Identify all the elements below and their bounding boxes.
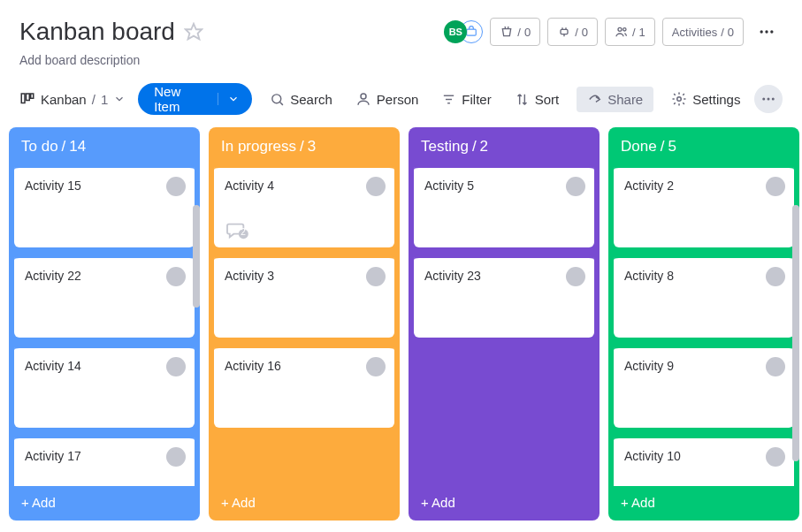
card-title: Activity 3 (225, 269, 384, 283)
card-title: Activity 10 (624, 449, 783, 463)
search-icon (270, 92, 285, 107)
svg-line-12 (280, 102, 284, 105)
card-title: Activity 5 (424, 179, 584, 193)
activities-label: Activities (672, 26, 717, 39)
share-button[interactable]: Share (577, 87, 653, 112)
card-title: Activity 16 (225, 359, 384, 373)
robot-icon (500, 25, 514, 39)
column-header[interactable]: To do / 14 (9, 127, 200, 164)
card[interactable]: Activity 9 (614, 345, 794, 428)
new-item-dropdown[interactable] (218, 93, 240, 105)
add-card-button[interactable]: + Add (9, 486, 200, 521)
card[interactable]: Activity 5 (414, 164, 594, 247)
scrollbar-thumb[interactable] (792, 205, 799, 461)
add-card-button[interactable]: + Add (409, 486, 600, 521)
search-button[interactable]: Search (264, 87, 338, 112)
assignee-avatar[interactable] (166, 267, 186, 286)
card[interactable]: Activity 16 (214, 345, 394, 428)
assignee-avatar[interactable] (766, 357, 785, 376)
assignee-avatar[interactable] (766, 267, 785, 286)
card[interactable]: Activity 23 (414, 255, 594, 338)
automation-count: 0 (524, 26, 531, 39)
assignee-avatar[interactable] (366, 357, 386, 376)
activities-count: 0 (728, 26, 734, 39)
card[interactable]: Activity 22 (14, 255, 195, 338)
header-more-icon[interactable] (751, 19, 783, 44)
new-item-label: New Item (154, 84, 209, 114)
card[interactable]: Activity 8 (614, 255, 794, 338)
card[interactable]: Activity 2 (614, 164, 794, 247)
board-description[interactable]: Add board description (19, 53, 783, 67)
svg-point-3 (618, 27, 622, 31)
board-title[interactable]: Kanban board (19, 18, 175, 46)
settings-button[interactable]: Settings (666, 86, 745, 112)
column-body: Activity 2 Activity 8 Activity 9 Activit… (608, 164, 799, 486)
svg-point-7 (770, 30, 773, 33)
card-title: Activity 4 (225, 179, 384, 193)
svg-point-4 (623, 28, 626, 31)
members-pill[interactable]: / 1 (605, 18, 655, 46)
column-testing: Testing / 2 Activity 5 Activity 23 + Add (409, 127, 600, 521)
integration-pill[interactable]: / 0 (547, 18, 598, 46)
card-title: Activity 2 (624, 179, 783, 193)
card[interactable]: Activity 4 2 (214, 164, 394, 247)
view-label: Kanban (41, 92, 87, 107)
assignee-avatar[interactable] (566, 267, 585, 286)
svg-rect-9 (27, 94, 30, 101)
assignee-avatar[interactable] (566, 177, 585, 196)
card-title: Activity 8 (624, 269, 783, 283)
column-body: Activity 4 2 Activity 3 Activity 16 (209, 164, 400, 486)
filter-button[interactable]: Filter (436, 87, 496, 112)
assignee-avatar[interactable] (166, 357, 186, 376)
add-card-button[interactable]: + Add (608, 486, 799, 521)
svg-rect-10 (31, 94, 34, 98)
card-title: Activity 9 (624, 359, 783, 373)
person-button[interactable]: Person (350, 86, 424, 112)
card-title: Activity 15 (25, 179, 184, 193)
toolbar-more-icon[interactable] (754, 85, 783, 113)
svg-point-19 (768, 98, 770, 101)
card-title: Activity 17 (25, 449, 184, 463)
column-todo: To do / 14 Activity 15 Activity 22 Activ… (9, 127, 200, 521)
plug-icon (557, 25, 571, 39)
svg-point-18 (762, 98, 765, 101)
sort-button[interactable]: Sort (509, 87, 565, 112)
assignee-avatar[interactable] (166, 447, 186, 467)
gear-icon (671, 91, 687, 107)
column-header[interactable]: In progress / 3 (209, 127, 400, 164)
activities-pill[interactable]: Activities / 0 (662, 18, 744, 46)
column-count: 14 (69, 138, 86, 156)
filter-icon (441, 92, 456, 107)
members-icon (615, 25, 629, 39)
column-count: 2 (480, 138, 488, 156)
card[interactable]: Activity 14 (14, 345, 195, 428)
svg-rect-2 (561, 29, 568, 34)
comment-icon[interactable]: 2 (225, 221, 249, 240)
view-selector[interactable]: Kanban / 1 (19, 91, 126, 107)
assignee-avatar[interactable] (366, 177, 386, 196)
assignee-avatar[interactable] (166, 177, 186, 196)
board-avatars[interactable]: BS (444, 20, 483, 43)
card-title: Activity 23 (424, 269, 584, 283)
svg-point-11 (272, 94, 281, 103)
card[interactable]: Activity 17 (14, 435, 195, 486)
card[interactable]: Activity 3 (214, 255, 394, 338)
sort-icon (515, 92, 530, 107)
person-icon (355, 91, 371, 107)
add-card-button[interactable]: + Add (209, 486, 400, 521)
new-item-button[interactable]: New Item (138, 83, 252, 115)
card[interactable]: Activity 15 (14, 164, 195, 247)
star-icon[interactable] (184, 22, 203, 42)
automation-pill[interactable]: / 0 (490, 18, 540, 46)
card[interactable]: Activity 10 (614, 435, 794, 486)
scrollbar-thumb[interactable] (193, 205, 200, 308)
assignee-avatar[interactable] (766, 447, 785, 467)
card-title: Activity 14 (25, 359, 184, 373)
column-name: To do (21, 138, 58, 156)
assignee-avatar[interactable] (766, 177, 785, 196)
svg-point-6 (765, 30, 768, 33)
assignee-avatar[interactable] (366, 267, 386, 286)
column-header[interactable]: Testing / 2 (409, 127, 600, 164)
column-name: In progress (221, 138, 296, 156)
column-header[interactable]: Done / 5 (608, 127, 799, 164)
